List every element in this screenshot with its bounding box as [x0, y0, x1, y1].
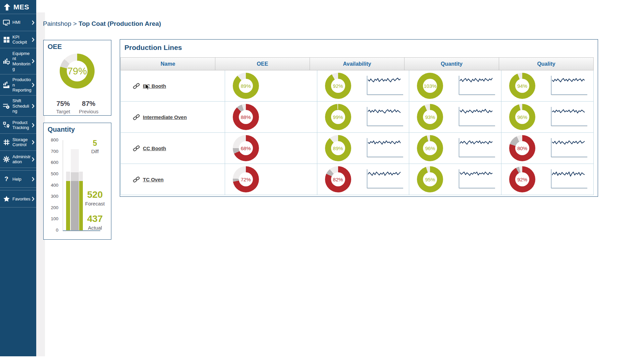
sidebar-item-label: Administration — [11, 154, 32, 165]
production-lines-table: Name OEE Availability Quantity Quality B… — [120, 57, 594, 195]
donut-value: 96% — [517, 114, 527, 120]
donut-value: 80% — [517, 145, 527, 151]
quantity-cell: 96% — [409, 133, 501, 164]
quantity-diff-value: 5 — [81, 139, 109, 148]
line-link[interactable]: CC Booth — [143, 145, 166, 151]
breadcrumb: Paintshop > Top Coat (Production Area) — [43, 20, 161, 27]
bar-actual-left — [66, 181, 70, 230]
chevron-right-icon — [32, 177, 35, 181]
donut-value: 89% — [241, 83, 251, 89]
donut-value: 92% — [517, 177, 527, 182]
chevron-right-icon — [32, 83, 35, 87]
quality-donut-chart: 96% — [509, 104, 535, 130]
sidebar-item-production-reporting[interactable]: Production Reporting — [0, 74, 36, 96]
arrow-up-icon — [3, 3, 11, 11]
sparkline-chart — [365, 169, 405, 190]
donut-value: 68% — [241, 145, 251, 151]
sparkline-chart — [365, 137, 405, 159]
chevron-right-icon — [32, 38, 35, 42]
sidebar-item-kpi-cockpit[interactable]: KPI Cockpit — [0, 31, 36, 48]
oee-cell: 72% — [225, 164, 317, 195]
quantity-cell: 93% — [409, 102, 501, 132]
sidebar-item-label: Storage Control — [11, 137, 32, 147]
table-row: TC Oven72%82%95%92% — [121, 164, 593, 195]
donut-value: 82% — [333, 177, 343, 182]
column-header-availability: Availability — [310, 58, 404, 70]
donut-value: 89% — [333, 145, 343, 151]
oee-previous-stat: 87% Previous — [79, 100, 98, 114]
sparkline-chart — [549, 169, 589, 190]
quantity-forecast-label: Forecast — [81, 201, 109, 206]
app-logo[interactable]: MES — [0, 0, 36, 14]
page-title: Top Coat (Production Area) — [78, 20, 161, 27]
quality-cell: 80% — [501, 133, 593, 164]
availability-cell: 99% — [317, 102, 409, 132]
oee-donut-chart: 72% — [233, 166, 259, 192]
sidebar-item-shift-scheduling[interactable]: Shift Scheduling — [0, 96, 36, 117]
quantity-actual-label: Actual — [81, 225, 109, 231]
kpi-cockpit-icon — [2, 36, 11, 43]
availability-donut-chart: 82% — [325, 166, 351, 192]
quality-cell: 92% — [501, 164, 593, 195]
help-icon: ? — [2, 175, 11, 183]
donut-value: 95% — [425, 177, 435, 182]
chevron-right-icon — [32, 59, 35, 63]
table-row: Intermediate Oven88%99%93%96% — [121, 102, 593, 133]
sparkline-chart — [549, 106, 589, 128]
donut-value: 88% — [241, 114, 251, 120]
y-axis-line — [63, 140, 63, 230]
oee-target-label: Target — [56, 109, 70, 114]
oee-donut-chart: 79% — [60, 54, 95, 88]
sidebar-item-label: Production Reporting — [11, 77, 32, 93]
donut-value: 93% — [425, 114, 435, 120]
link-icon — [133, 114, 140, 121]
table-row: BC Booth89%92%103%94% — [121, 70, 593, 102]
sidebar-item-label: HMI — [11, 20, 32, 25]
name-cell: CC Booth — [121, 133, 225, 164]
line-link[interactable]: Intermediate Oven — [143, 114, 187, 120]
sidebar-item-help[interactable]: ? Help — [0, 170, 36, 188]
sidebar-item-product-tracking[interactable]: Product Tracking — [0, 117, 36, 134]
chevron-right-icon — [32, 197, 35, 201]
name-cell: TC Oven — [121, 164, 225, 195]
oee-cell: 89% — [225, 70, 317, 101]
table-row: CC Booth68%89%96%80% — [121, 133, 593, 164]
y-axis-tick: 800 — [45, 137, 58, 142]
production-lines-title: Production Lines — [124, 44, 182, 52]
sidebar-item-hmi[interactable]: HMI — [0, 14, 36, 31]
sidebar-item-label: Shift Scheduling — [11, 98, 32, 114]
oee-card: OEE 79% 75% Target 87% Previous — [43, 40, 111, 116]
quantity-cell: 103% — [409, 70, 501, 101]
quality-donut-chart: 80% — [509, 135, 535, 161]
sparkline-chart — [549, 75, 589, 97]
breadcrumb-parent-link[interactable]: Paintshop — [43, 20, 71, 27]
quantity-diff-stat: 5 Diff — [81, 139, 109, 154]
y-axis-tick: 100 — [45, 216, 58, 221]
oee-card-title: OEE — [48, 43, 62, 51]
column-header-name: Name — [121, 58, 215, 70]
equipment-monitoring-icon — [2, 58, 11, 65]
availability-cell: 89% — [317, 133, 409, 164]
y-axis-tick: 700 — [45, 149, 58, 154]
oee-target-value: 75% — [56, 100, 70, 108]
sidebar-item-favorites[interactable]: Favorites — [0, 190, 36, 207]
sparkline-chart — [457, 106, 496, 128]
line-link[interactable]: TC Oven — [143, 177, 164, 182]
column-header-quantity: Quantity — [404, 58, 499, 70]
quantity-actual-value: 437 — [81, 214, 109, 224]
quality-cell: 94% — [501, 70, 593, 101]
bar-mid-actual — [71, 181, 79, 230]
oee-previous-value: 87% — [79, 100, 98, 108]
sidebar-item-equipment-monitoring[interactable]: Equipment Monitoring — [0, 48, 36, 74]
sidebar-item-label: Favorites — [11, 196, 32, 201]
oee-donut-value: 79% — [67, 66, 87, 77]
mouse-cursor — [145, 83, 150, 93]
quantity-donut-chart: 103% — [417, 73, 443, 99]
quality-cell: 96% — [501, 102, 593, 132]
sidebar-item-storage-control[interactable]: Storage Control — [0, 134, 36, 151]
quantity-diff-label: Diff — [81, 148, 109, 154]
sidebar-item-administration[interactable]: Administration — [0, 151, 36, 168]
sidebar: MES HMI KPI Cockpit Equipment Monitoring… — [0, 0, 36, 356]
y-axis-tick: 0 — [45, 228, 58, 233]
donut-value: 92% — [333, 83, 343, 89]
